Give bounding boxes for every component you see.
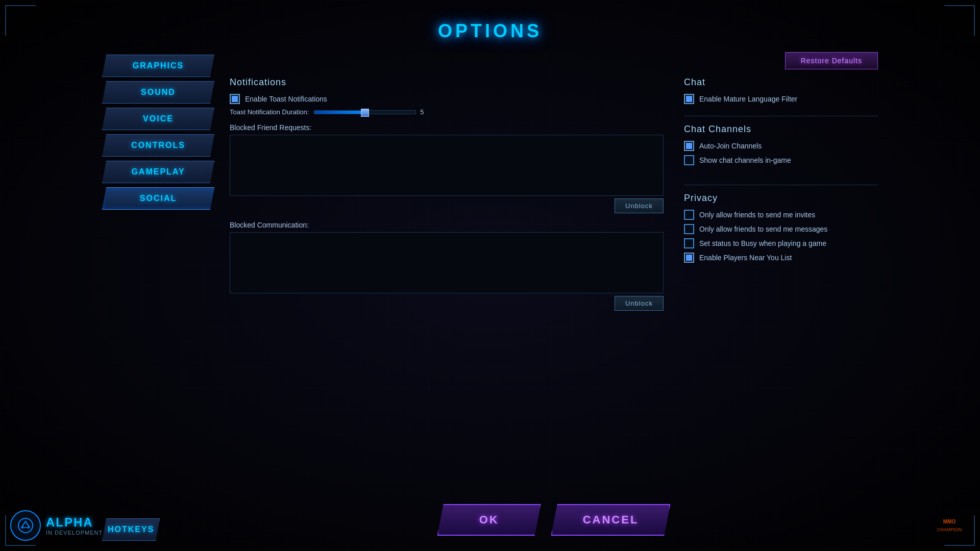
toast-duration-slider-container: 5	[314, 108, 664, 116]
blocked-communication-list[interactable]	[230, 232, 664, 293]
blocked-friend-requests-label: Blocked Friend Requests:	[230, 123, 664, 132]
sidebar-item-social[interactable]: SOCIAL	[102, 187, 214, 210]
show-in-game-label: Show chat channels in-game	[699, 156, 791, 164]
bottom-buttons: OK CANCEL	[230, 494, 878, 541]
content-area: GRAPHICS SOUND VOICE CONTROLS GAMEPLAY S…	[102, 52, 878, 541]
only-friends-messages-checkbox[interactable]	[684, 224, 694, 234]
enable-toast-checkbox[interactable]	[230, 94, 240, 104]
set-busy-checkbox[interactable]	[684, 238, 694, 248]
enable-players-near-label: Enable Players Near You List	[699, 254, 792, 262]
auto-join-label: Auto-Join Channels	[699, 142, 762, 150]
restore-defaults-row: Restore Defaults	[230, 52, 878, 69]
logo-svg	[16, 516, 35, 535]
only-friends-messages-label: Only allow friends to send me messages	[699, 225, 827, 233]
sidebar-item-controls[interactable]: CONTROLS	[102, 134, 214, 157]
bottom-right-badge: MMO CHAMPION	[929, 513, 970, 541]
svg-point-2	[28, 527, 30, 529]
right-column: Chat Enable Mature Language Filter Chat …	[684, 77, 878, 494]
svg-point-1	[21, 527, 23, 529]
only-friends-invites-checkbox[interactable]	[684, 210, 694, 220]
unblock-friend-requests-button[interactable]: Unblock	[615, 198, 664, 213]
logo-text: ALPHA IN DEVELOPMENT	[46, 515, 103, 536]
notifications-header: Notifications	[230, 77, 664, 88]
toast-duration-label: Toast Notification Duration:	[230, 108, 309, 116]
notifications-section: Notifications Enable Toast Notifications…	[230, 77, 664, 116]
cancel-button[interactable]: CANCEL	[551, 504, 671, 536]
blocked-friend-requests-section: Blocked Friend Requests: Unblock	[230, 123, 664, 213]
main-container: OPTIONS GRAPHICS SOUND VOICE CONTROLS GA…	[102, 10, 878, 541]
logo-alpha-text: ALPHA	[46, 515, 103, 530]
sidebar-item-graphics[interactable]: GRAPHICS	[102, 55, 214, 77]
chat-divider	[684, 116, 878, 116]
chat-header: Chat	[684, 77, 878, 88]
svg-text:MMO: MMO	[943, 519, 956, 524]
show-in-game-checkbox[interactable]	[684, 155, 694, 165]
sidebar-item-gameplay[interactable]: GAMEPLAY	[102, 161, 214, 183]
set-busy-label: Set status to Busy when playing a game	[699, 239, 826, 247]
page-title: OPTIONS	[102, 20, 878, 42]
two-col-layout: Notifications Enable Toast Notifications…	[230, 77, 878, 494]
enable-toast-label: Enable Toast Notifications	[245, 95, 327, 103]
chat-channels-section: Chat Channels Auto-Join Channels Show ch…	[684, 124, 878, 169]
enable-toast-row: Enable Toast Notifications	[230, 94, 664, 104]
only-friends-messages-row: Only allow friends to send me messages	[684, 224, 878, 234]
blocked-communication-label: Blocked Communication:	[230, 221, 664, 229]
privacy-header: Privacy	[684, 193, 878, 204]
sidebar-item-hotkeys[interactable]: HOTKEYS	[102, 518, 160, 541]
mature-language-row: Enable Mature Language Filter	[684, 94, 878, 104]
toast-duration-thumb[interactable]	[361, 109, 369, 117]
show-in-game-row: Show chat channels in-game	[684, 155, 878, 165]
mmo-champion-logo: MMO CHAMPION	[929, 513, 970, 539]
privacy-divider	[684, 185, 878, 185]
toast-duration-value: 5	[420, 108, 430, 116]
auto-join-row: Auto-Join Channels	[684, 141, 878, 151]
toast-duration-row: Toast Notification Duration: 5	[230, 108, 664, 116]
unblock-communication-button[interactable]: Unblock	[615, 296, 664, 311]
set-busy-row: Set status to Busy when playing a game	[684, 238, 878, 248]
chat-section: Chat Enable Mature Language Filter	[684, 77, 878, 108]
logo-icon	[10, 510, 41, 541]
svg-text:CHAMPION: CHAMPION	[937, 527, 962, 532]
toast-duration-track[interactable]	[314, 110, 416, 114]
logo-sub-text: IN DEVELOPMENT	[46, 530, 103, 536]
ok-button[interactable]: OK	[437, 504, 541, 536]
privacy-section: Privacy Only allow friends to send me in…	[684, 193, 878, 267]
blocked-communication-section: Blocked Communication: Unblock	[230, 221, 664, 311]
sidebar: GRAPHICS SOUND VOICE CONTROLS GAMEPLAY S…	[102, 52, 214, 541]
only-friends-invites-row: Only allow friends to send me invites	[684, 210, 878, 220]
main-content: Restore Defaults Notifications Enable To…	[230, 52, 878, 541]
restore-defaults-button[interactable]: Restore Defaults	[785, 52, 878, 69]
toast-duration-fill	[314, 111, 365, 114]
sidebar-bottom: HOTKEYS	[102, 518, 214, 541]
sidebar-item-voice[interactable]: VOICE	[102, 108, 214, 130]
enable-players-near-checkbox[interactable]	[684, 253, 694, 263]
auto-join-checkbox[interactable]	[684, 141, 694, 151]
logo-area: ALPHA IN DEVELOPMENT	[10, 510, 103, 541]
sidebar-item-sound[interactable]: SOUND	[102, 81, 214, 104]
corner-decoration-tr	[944, 5, 975, 36]
enable-players-near-row: Enable Players Near You List	[684, 253, 878, 263]
mature-language-label: Enable Mature Language Filter	[699, 95, 797, 103]
only-friends-invites-label: Only allow friends to send me invites	[699, 211, 815, 219]
chat-channels-header: Chat Channels	[684, 124, 878, 135]
mature-language-checkbox[interactable]	[684, 94, 694, 104]
left-column: Notifications Enable Toast Notifications…	[230, 77, 664, 494]
blocked-friend-requests-list[interactable]	[230, 135, 664, 196]
corner-decoration-tl	[5, 5, 36, 36]
